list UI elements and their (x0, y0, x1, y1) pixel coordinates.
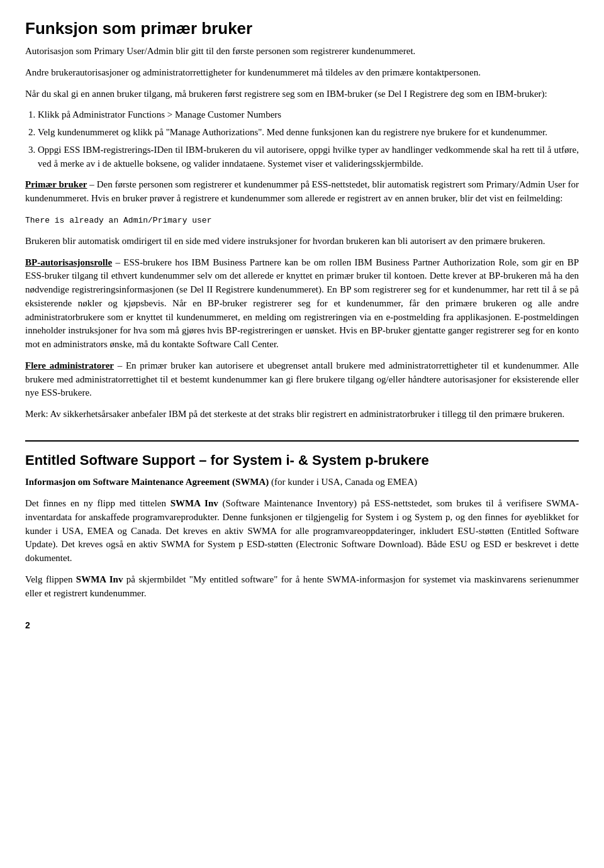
swma-para1: Det finnes en ny flipp med tittelen SWMA… (25, 497, 579, 565)
bp-role-heading: BP-autorisasjonsrolle (25, 257, 112, 267)
intro-para3: Når du skal gi en annen bruker tilgang, … (25, 87, 579, 101)
main-heading: Funksjon som primær bruker (25, 19, 579, 38)
page-number: 2 (25, 619, 579, 632)
step-1: Klikk på Administrator Functions > Manag… (38, 108, 579, 122)
bp-role-text: ESS-brukere hos IBM Business Partnere ka… (25, 257, 579, 350)
primary-user-dash: – (89, 179, 96, 189)
swma-para2-pre: Velg flippen (25, 574, 76, 584)
intro-para1: Autorisasjon som Primary User/Admin blir… (25, 45, 579, 58)
swma-subheading-para: Informasjon om Software Maintenance Agre… (25, 476, 579, 489)
bp-role-dash: – (115, 257, 123, 267)
page-container: Funksjon som primær bruker Autorisasjon … (25, 19, 579, 632)
flere-heading: Flere administratorer (25, 360, 114, 370)
flere-para: Flere administratorer – En primær bruker… (25, 359, 579, 400)
swma-para2: Velg flippen SWMA Inv på skjermbildet "M… (25, 573, 579, 601)
error-code: There is already an Admin/Primary user (25, 216, 211, 225)
note-text: Merk: Av sikkerhetsårsaker anbefaler IBM… (25, 408, 579, 421)
swma-heading: Informasjon om Software Maintenance Agre… (25, 477, 269, 487)
swma-para1-bold: SWMA Inv (171, 498, 218, 508)
primary-user-text: Den første personen som registrerer et k… (25, 179, 579, 203)
step-3: Oppgi ESS IBM-registrerings-IDen til IBM… (38, 143, 579, 171)
primary-user-heading: Primær bruker (25, 179, 87, 189)
section2-heading: Entitled Software Support – for System i… (25, 440, 579, 470)
intro-para2: Andre brukerautorisasjoner og administra… (25, 66, 579, 80)
error-code-line: There is already an Admin/Primary user (25, 213, 579, 227)
swma-heading-paren-text: (for kunder i USA, Canada og EMEA) (271, 477, 417, 487)
primary-user-para: Primær bruker – Den første personen som … (25, 178, 579, 206)
flere-dash: – (118, 360, 126, 370)
step-2: Velg kundenummeret og klikk på "Manage A… (38, 126, 579, 140)
swma-para1-pre: Det finnes en ny flipp med tittelen (25, 498, 171, 508)
primary-user-continue: Brukeren blir automatisk omdirigert til … (25, 235, 579, 248)
swma-para2-bold: SWMA Inv (76, 574, 123, 584)
bp-role-para: BP-autorisasjonsrolle – ESS-brukere hos … (25, 256, 579, 352)
steps-list: Klikk på Administrator Functions > Manag… (38, 108, 579, 170)
